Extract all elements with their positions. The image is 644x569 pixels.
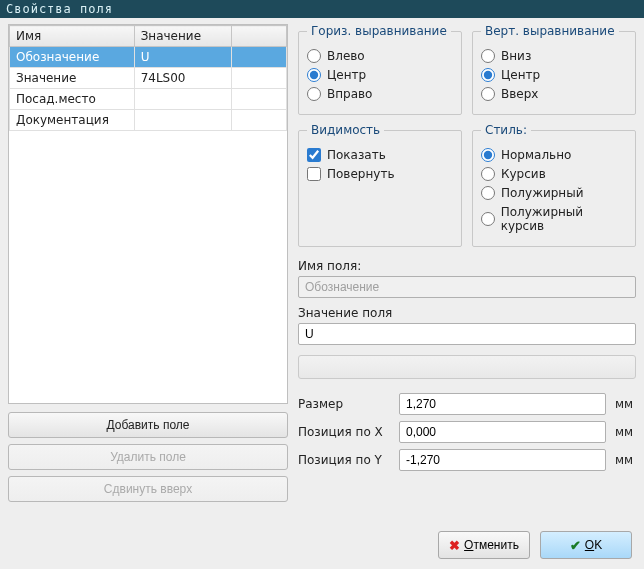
window-title: Свойства поля [6,2,113,16]
ok-button[interactable]: ✔ OK [540,531,632,559]
h-align-group: Гориз. выравнивание Влево Центр Вправо [298,24,462,115]
window-titlebar: Свойства поля [0,0,644,18]
delete-field-button: Удалить поле [8,444,288,470]
ok-label: OK [585,538,602,552]
cell-name[interactable]: Значение [10,68,135,89]
table-row[interactable]: Посад.место [10,89,287,110]
col-header-name[interactable]: Имя [10,26,135,47]
posy-unit: мм [612,453,636,467]
visibility-group: Видимость Показать Повернуть [298,123,462,247]
style-group: Стиль: Нормально Курсив Полужирный Полуж… [472,123,636,247]
separator-bar [298,355,636,379]
cell-value[interactable] [134,89,231,110]
cancel-icon: ✖ [449,538,460,553]
style-legend: Стиль: [481,123,531,137]
posx-unit: мм [612,425,636,439]
field-value-label: Значение поля [298,306,636,320]
style-normal[interactable]: Нормально [481,148,627,162]
cell-blank [231,110,286,131]
cell-blank [231,68,286,89]
cancel-button[interactable]: ✖ Отменить [438,531,530,559]
move-up-button: Сдвинуть вверх [8,476,288,502]
rotate-checkbox[interactable]: Повернуть [307,167,453,181]
cancel-label: Отменить [464,538,519,552]
v-align-up[interactable]: Вверх [481,87,627,101]
v-align-legend: Верт. выравнивание [481,24,619,38]
cell-name[interactable]: Обозначение [10,47,135,68]
add-field-button[interactable]: Добавить поле [8,412,288,438]
size-input[interactable] [399,393,606,415]
h-align-right[interactable]: Вправо [307,87,453,101]
style-bold-italic[interactable]: Полужирный курсив [481,205,627,233]
h-align-legend: Гориз. выравнивание [307,24,451,38]
field-value-input[interactable] [298,323,636,345]
h-align-center[interactable]: Центр [307,68,453,82]
style-bold[interactable]: Полужирный [481,186,627,200]
cell-name[interactable]: Посад.место [10,89,135,110]
fields-table[interactable]: Имя Значение ОбозначениеUЗначение74LS00П… [8,24,288,404]
size-unit: мм [612,397,636,411]
v-align-down[interactable]: Вниз [481,49,627,63]
posx-input[interactable] [399,421,606,443]
style-italic[interactable]: Курсив [481,167,627,181]
cell-value[interactable]: U [134,47,231,68]
show-checkbox[interactable]: Показать [307,148,453,162]
posx-label: Позиция по X [298,425,393,439]
h-align-left[interactable]: Влево [307,49,453,63]
v-align-group: Верт. выравнивание Вниз Центр Вверх [472,24,636,115]
cell-value[interactable]: 74LS00 [134,68,231,89]
cell-name[interactable]: Документация [10,110,135,131]
cell-value[interactable] [134,110,231,131]
visibility-legend: Видимость [307,123,384,137]
col-header-blank [231,26,286,47]
field-name-label: Имя поля: [298,259,636,273]
posy-label: Позиция по Y [298,453,393,467]
ok-icon: ✔ [570,538,581,553]
table-row[interactable]: Значение74LS00 [10,68,287,89]
field-name-input [298,276,636,298]
table-row[interactable]: ОбозначениеU [10,47,287,68]
col-header-value[interactable]: Значение [134,26,231,47]
size-label: Размер [298,397,393,411]
v-align-center[interactable]: Центр [481,68,627,82]
posy-input[interactable] [399,449,606,471]
table-row[interactable]: Документация [10,110,287,131]
cell-blank [231,47,286,68]
cell-blank [231,89,286,110]
